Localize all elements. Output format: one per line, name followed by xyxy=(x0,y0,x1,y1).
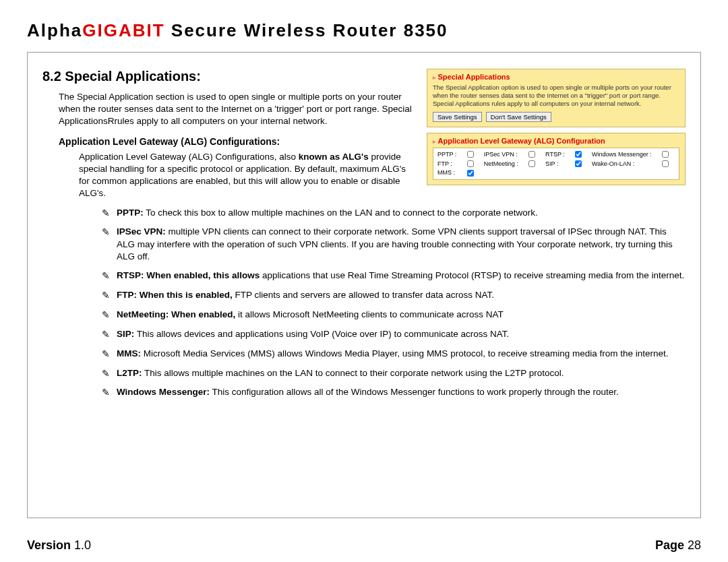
pencil-icon: ✎ xyxy=(102,367,117,380)
item-content: RTSP: When enabled, this allows applicat… xyxy=(117,270,686,282)
pencil-icon: ✎ xyxy=(102,386,117,399)
brand-part2: GIGABIT xyxy=(82,20,164,40)
alg-option-label: FTP xyxy=(437,160,452,167)
list-item: ✎Windows Messenger: This configuration a… xyxy=(102,386,686,399)
item-name: Windows Messenger: xyxy=(117,387,210,397)
page-label: Page xyxy=(655,538,688,552)
alg-option-label: NetMeeting xyxy=(484,160,518,167)
alg-grid: PPTPIPSec VPNRTSPWindows MessengerFTPNet… xyxy=(433,148,679,180)
sidebar-panels: Special Applications The Special Applica… xyxy=(427,69,686,207)
alg-option-ipsec-vpn: IPSec VPN xyxy=(484,151,524,158)
panel2-title: Application Level Gateway (ALG) Configur… xyxy=(433,137,679,145)
item-text: This configuration allows all of the Win… xyxy=(210,387,619,397)
alg-checkbox-ipsec-vpn[interactable] xyxy=(528,151,535,158)
list-item: ✎L2TP: This allows multiple machines on … xyxy=(102,367,686,380)
alg-checkbox-sip[interactable] xyxy=(575,160,582,167)
intro-column: 8.2 Special Applications: The Special Ap… xyxy=(42,69,415,207)
item-name: RTSP: xyxy=(117,270,144,280)
alg-option-label: Windows Messenger xyxy=(592,151,652,158)
item-content: L2TP: This allows multiple machines on t… xyxy=(117,367,686,380)
list-item: ✎NetMeeting: When enabled, it allows Mic… xyxy=(102,309,686,321)
alg-option-rtsp: RTSP xyxy=(545,151,571,158)
alg-checkbox-ftp[interactable] xyxy=(467,160,474,167)
item-name: MMS: xyxy=(117,348,141,358)
item-content: IPSec VPN: multiple VPN clients can conn… xyxy=(117,226,686,263)
alg-checkbox-pptp[interactable] xyxy=(467,151,474,158)
item-bold-lead: When this is enabled, xyxy=(137,290,233,300)
item-content: NetMeeting: When enabled, it allows Micr… xyxy=(117,309,686,321)
item-text: This allows devices and applications usi… xyxy=(134,329,509,339)
alg-option-label: PPTP xyxy=(437,151,456,158)
save-settings-button[interactable]: Save Settings xyxy=(433,112,482,122)
item-name: IPSec VPN: xyxy=(117,226,166,237)
alg-checkbox-rtsp[interactable] xyxy=(575,151,582,158)
item-name: NetMeeting: xyxy=(117,309,169,319)
panel1-buttons: Save Settings Don't Save Settings xyxy=(433,112,679,122)
version-label: Version xyxy=(27,538,74,552)
pencil-icon: ✎ xyxy=(102,328,117,341)
item-text: FTP clients and servers are allowed to t… xyxy=(233,290,494,300)
alg-checkbox-windows-messenger[interactable] xyxy=(662,151,669,158)
alg-option-label: Wake-On-LAN xyxy=(592,160,634,167)
pencil-icon: ✎ xyxy=(102,207,117,220)
item-name: SIP: xyxy=(117,329,134,339)
pencil-icon: ✎ xyxy=(102,348,117,361)
intro-text: The Special Application section is used … xyxy=(59,91,415,128)
panel-alg-config: Application Level Gateway (ALG) Configur… xyxy=(427,133,686,185)
alg-intro-pre: Application Level Gateway (ALG) Configur… xyxy=(79,152,299,162)
top-row: 8.2 Special Applications: The Special Ap… xyxy=(42,69,686,207)
alg-option-windows-messenger: Windows Messenger xyxy=(592,151,658,158)
list-item: ✎PPTP: To check this box to allow multip… xyxy=(102,207,686,220)
alg-option-label: MMS xyxy=(437,169,455,176)
alg-checkbox-netmeeting[interactable] xyxy=(528,160,535,167)
pencil-icon: ✎ xyxy=(102,289,117,302)
item-text: multiple VPN clients can connect to thei… xyxy=(117,226,673,261)
list-item: ✎IPSec VPN: multiple VPN clients can con… xyxy=(102,226,686,263)
alg-option-label: RTSP xyxy=(545,151,565,158)
version: Version 1.0 xyxy=(27,538,91,553)
item-content: PPTP: To check this box to allow multipl… xyxy=(117,207,686,220)
footer: Version 1.0 Page 28 xyxy=(27,538,701,553)
item-content: Windows Messenger: This configuration al… xyxy=(117,386,686,399)
item-text: This allows multiple machines on the LAN… xyxy=(142,368,564,378)
list-item: ✎RTSP: When enabled, this allows applica… xyxy=(102,270,686,282)
item-name: L2TP: xyxy=(117,368,142,378)
document-page: AlphaGIGABIT Secure Wireless Router 8350… xyxy=(0,0,728,562)
item-bold-lead: When enabled, this allows xyxy=(144,270,260,280)
pencil-icon: ✎ xyxy=(102,226,117,263)
alg-option-wake-on-lan: Wake-On-LAN xyxy=(592,160,658,167)
list-item: ✎FTP: When this is enabled, FTP clients … xyxy=(102,289,686,302)
alg-option-label: SIP xyxy=(545,160,558,167)
dont-save-settings-button[interactable]: Don't Save Settings xyxy=(486,112,551,122)
page-value: 28 xyxy=(688,538,701,552)
page-number: Page 28 xyxy=(655,538,701,553)
item-content: MMS: Microsoft Media Services (MMS) allo… xyxy=(117,348,686,361)
item-name: PPTP: xyxy=(117,208,144,218)
brand-part1: Alpha xyxy=(27,20,82,40)
list-item: ✎MMS: Microsoft Media Services (MMS) all… xyxy=(102,348,686,361)
panel-special-applications: Special Applications The Special Applica… xyxy=(427,69,686,127)
panel1-desc: The Special Application option is used t… xyxy=(433,84,679,108)
alg-checkbox-wake-on-lan[interactable] xyxy=(662,160,669,167)
version-number: 1.0 xyxy=(74,538,91,552)
item-content: FTP: When this is enabled, FTP clients a… xyxy=(117,289,686,302)
alg-intro: Application Level Gateway (ALG) Configur… xyxy=(79,151,415,200)
item-text: To check this box to allow multiple mach… xyxy=(144,208,538,218)
alg-checkbox-mms[interactable] xyxy=(467,170,474,177)
section-title: 8.2 Special Applications: xyxy=(42,69,415,84)
alg-option-label: IPSec VPN xyxy=(484,151,518,158)
alg-intro-bold: known as ALG's xyxy=(299,152,369,162)
alg-option-pptp: PPTP xyxy=(437,151,463,158)
item-text: applications that use Real Time Streamin… xyxy=(260,270,684,280)
pencil-icon: ✎ xyxy=(102,309,117,321)
alg-option-netmeeting: NetMeeting xyxy=(484,160,524,167)
item-name: FTP: xyxy=(117,290,137,300)
item-bold-lead: When enabled, xyxy=(169,309,235,319)
alg-option-mms: MMS xyxy=(437,169,463,176)
alg-heading: Application Level Gateway (ALG) Configur… xyxy=(59,136,415,147)
page-title: AlphaGIGABIT Secure Wireless Router 8350 xyxy=(27,20,701,41)
content-frame: 8.2 Special Applications: The Special Ap… xyxy=(27,52,701,518)
list-item: ✎SIP: This allows devices and applicatio… xyxy=(102,328,686,341)
alg-option-ftp: FTP xyxy=(437,160,463,167)
item-text: Microsoft Media Services (MMS) allows Wi… xyxy=(141,348,669,358)
